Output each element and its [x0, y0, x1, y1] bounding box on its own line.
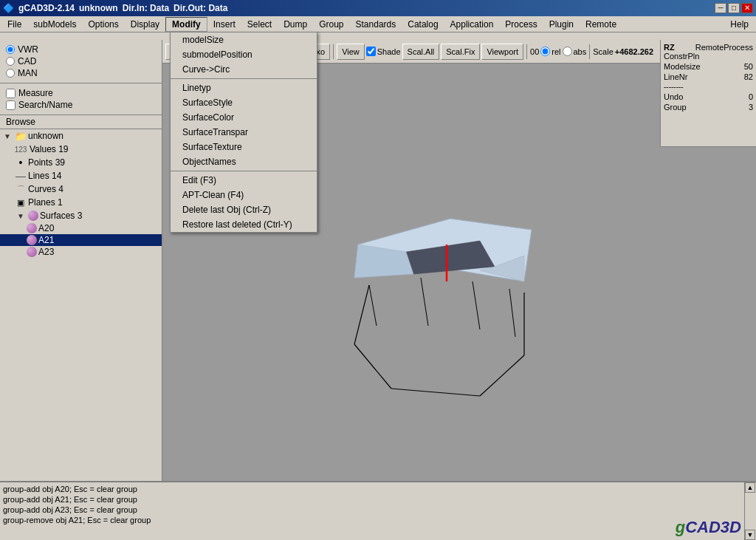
search-name-label[interactable]: Search/Name: [18, 100, 72, 110]
shade-check: Shade: [366, 47, 401, 56]
group-row: Group 3: [664, 103, 753, 112]
tree-item-points[interactable]: • Points 39: [0, 156, 162, 169]
scroll-down-button[interactable]: ▼: [745, 530, 755, 540]
menu-file[interactable]: File: [1, 18, 27, 31]
curves-icon: ⌒: [15, 183, 27, 195]
menu-plugin[interactable]: Plugin: [543, 18, 580, 31]
scal-fix-button[interactable]: Scal.Fix: [441, 44, 480, 60]
scale-value: +4682.262: [615, 47, 653, 56]
menu-item-restore[interactable]: Restore last deleted (Ctrl-Y): [171, 217, 317, 232]
remote-process-label: RemoteProcess: [695, 43, 753, 52]
tree-item-a23[interactable]: A23: [0, 246, 162, 258]
menu-insert[interactable]: Insert: [207, 18, 241, 31]
menu-application[interactable]: Application: [444, 18, 500, 31]
tree-item-a21[interactable]: A21: [0, 234, 162, 246]
menu-standards[interactable]: Standards: [350, 18, 402, 31]
menu-item-aptclean[interactable]: APT-Clean (F4): [171, 188, 317, 202]
measure-checkbox[interactable]: [6, 89, 16, 98]
cad-radio[interactable]: [6, 57, 15, 66]
menu-item-linetyp[interactable]: Linetyp: [171, 81, 317, 95]
menu-item-modelsize[interactable]: modelSize: [171, 33, 317, 47]
maximize-button[interactable]: □: [728, 3, 740, 13]
tree-container: ▼ 📁 unknown 123 Values 19 • Points 39 —: [0, 129, 162, 481]
menu-item-objectnames[interactable]: ObjectNames: [171, 154, 317, 169]
linenr-suffix: --------: [664, 83, 684, 91]
tree-item-a20[interactable]: A20: [0, 222, 162, 234]
linenr-suffix-row: --------: [664, 83, 753, 91]
tree-points-label: Points 39: [28, 157, 65, 168]
tree-values-label: Values 19: [30, 144, 68, 154]
tree-item-lines[interactable]: — Lines 14: [0, 169, 162, 182]
man-label[interactable]: MAN: [18, 68, 38, 78]
menu-item-curve-circ[interactable]: Curve->Circ: [171, 62, 317, 77]
app-icon: 🔷: [3, 3, 14, 13]
menu-submodels[interactable]: subModels: [27, 18, 82, 31]
abs-radio[interactable]: [563, 47, 572, 56]
window-controls: ─ □ ✕: [715, 3, 753, 13]
tree-item-values[interactable]: 123 Values 19: [0, 143, 162, 156]
menu-help[interactable]: Help: [724, 18, 755, 31]
undo-row: Undo 0: [664, 92, 753, 101]
abs-label: abs: [574, 47, 587, 56]
tree-item-planes[interactable]: ▣ Planes 1: [0, 196, 162, 209]
rz-label: RZ: [664, 43, 675, 52]
menu-options[interactable]: Options: [82, 18, 124, 31]
measure-row: Measure: [6, 88, 156, 98]
vwr-label[interactable]: VWR: [18, 44, 38, 55]
browse-tab[interactable]: Browse: [0, 115, 162, 129]
measure-section: Measure Search/Name: [0, 83, 162, 115]
tree-item-surfaces[interactable]: ▼ Surfaces 3: [0, 209, 162, 222]
minimize-button[interactable]: ─: [715, 3, 726, 13]
right-panel: RZ RemoteProcess ConstrPln Modelsize 50 …: [660, 40, 756, 147]
cad-label[interactable]: CAD: [18, 56, 36, 66]
menu-remote[interactable]: Remote: [580, 18, 622, 31]
linenr-label: LineNr: [664, 72, 687, 81]
menu-display[interactable]: Display: [125, 18, 165, 31]
shade-label: Shade: [377, 47, 401, 56]
shade-checkbox[interactable]: [366, 47, 376, 56]
menu-item-surfacecolor[interactable]: SurfaceColor: [171, 110, 317, 125]
menu-item-surfacetranspar[interactable]: SurfaceTranspar: [171, 125, 317, 140]
menu-process[interactable]: Process: [499, 18, 543, 31]
status-line-4: group-remove obj A21; Esc = clear group: [3, 515, 753, 525]
man-radio[interactable]: [6, 69, 15, 78]
scal-all-button[interactable]: Scal.All: [402, 44, 440, 60]
undo-label: Undo: [664, 92, 683, 101]
viewport-button[interactable]: Viewport: [481, 44, 523, 60]
status-line-3: group-add obj A23; Esc = clear group: [3, 505, 753, 515]
values-icon: 123: [15, 143, 27, 155]
rel-radio[interactable]: [540, 47, 550, 56]
rel-check: rel: [540, 47, 560, 56]
status-line-2: group-add obj A21; Esc = clear group: [3, 494, 753, 505]
tree-curves-label: Curves 4: [28, 184, 63, 194]
close-button[interactable]: ✕: [741, 3, 753, 13]
tree-item-root[interactable]: ▼ 📁 unknown: [0, 129, 162, 143]
menu-catalog[interactable]: Catalog: [402, 18, 444, 31]
modelsize-value: 50: [744, 62, 753, 71]
tree-surfaces-label: Surfaces 3: [40, 211, 82, 221]
menu-modify[interactable]: Modify: [165, 17, 207, 32]
constr-pln-label: ConstrPln: [664, 52, 699, 61]
tree-item-curves[interactable]: ⌒ Curves 4: [0, 182, 162, 196]
a23-icon: [27, 247, 37, 257]
menu-dump[interactable]: Dump: [278, 18, 313, 31]
menu-item-submodelposition[interactable]: submodelPosition: [171, 47, 317, 62]
menu-item-surfacetexture[interactable]: SurfaceTexture: [171, 140, 317, 154]
status-line-1: group-add obj A20; Esc = clear group: [3, 484, 753, 494]
menu-item-delete-last[interactable]: Delete last Obj (Ctrl-Z): [171, 202, 317, 217]
group-value: 3: [749, 103, 753, 112]
view-button[interactable]: View: [337, 44, 365, 60]
status-scrollbar[interactable]: ▲ ▼: [744, 482, 756, 540]
menu-item-edit[interactable]: Edit (F3): [171, 173, 317, 188]
tree-planes-label: Planes 1: [28, 197, 63, 208]
menu-select[interactable]: Select: [241, 18, 278, 31]
vwr-radio[interactable]: [6, 45, 15, 54]
search-name-checkbox[interactable]: [6, 100, 16, 110]
menu-item-surfacestyle[interactable]: SurfaceStyle: [171, 95, 317, 110]
measure-label[interactable]: Measure: [18, 88, 53, 98]
menu-group[interactable]: Group: [313, 18, 349, 31]
search-row: Search/Name: [6, 100, 156, 110]
a20-icon: [27, 223, 37, 233]
scroll-up-button[interactable]: ▲: [745, 482, 755, 493]
app-name: gCAD3D-2.14: [18, 3, 75, 13]
